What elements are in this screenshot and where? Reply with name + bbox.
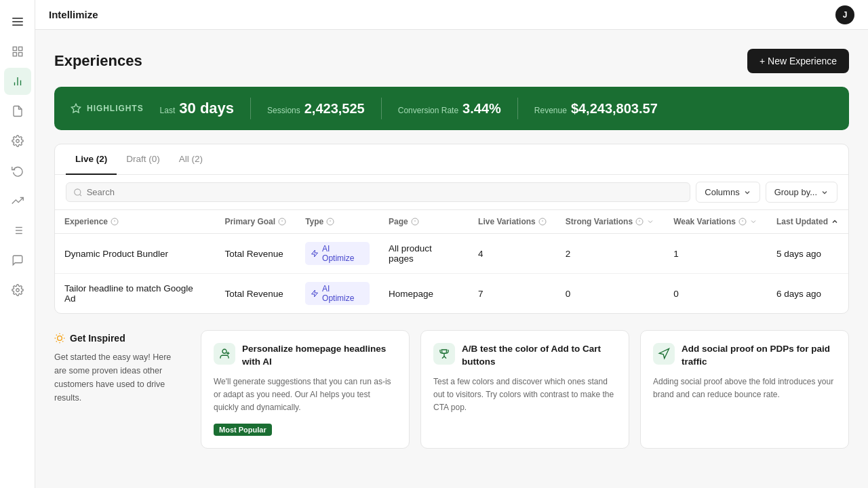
highlights-revenue: Revenue $4,243,803.57 [534,101,658,117]
sidebar-item-admin[interactable] [4,277,31,304]
tab-live[interactable]: Live (2) [66,144,117,175]
sort-icon-strong [646,218,654,226]
experiences-table-card: Live (2) Draft (0) All (2) Columns Group… [54,144,849,314]
groupby-button[interactable]: Group by... [766,182,837,203]
highlights-sessions: Sessions 2,423,525 [267,101,365,117]
tabs: Live (2) Draft (0) All (2) [66,144,212,174]
highlights-icon [71,103,81,114]
cell-page-2: Homepage [379,274,469,314]
cell-type-1: AI Optimize [296,234,379,274]
highlights-divider-3 [517,98,518,119]
cell-page-1: All product pages [379,234,469,274]
inspired-intro: Get Inspired Get started the easy way! H… [54,330,190,449]
page-title: Experiences [54,52,142,70]
tab-all[interactable]: All (2) [170,144,212,175]
svg-rect-1 [18,47,22,50]
gear-icon [12,284,24,296]
experiences-table: Experience Primary Goal Type [55,210,848,313]
ai-icon-1 [311,249,319,258]
search-icon [73,188,83,197]
brand-name: Intellimize [49,9,98,20]
sidebar-item-settings[interactable] [4,127,31,155]
info-icon-type [326,218,334,226]
sidebar-menu-toggle[interactable] [4,8,31,35]
personalize-card-title: Personalize homepage headlines with AI [242,343,397,369]
table-controls: Columns Group by... [55,175,848,210]
trophy-icon [438,348,450,360]
cell-strong-1: 2 [556,234,664,274]
sidebar-item-messages[interactable] [4,247,31,274]
inspiration-card-personalize[interactable]: Personalize homepage headlines with AI W… [201,330,410,449]
cell-goal-2: Total Revenue [215,274,296,314]
columns-button[interactable]: Columns [696,182,760,203]
tab-draft[interactable]: Draft (0) [117,144,170,175]
megaphone-icon [658,348,670,360]
svg-line-44 [56,335,57,336]
cell-goal-1: Total Revenue [215,234,296,274]
search-input[interactable] [87,187,684,197]
sidebar-item-experiences[interactable] [4,68,31,95]
cell-live-1: 4 [469,234,556,274]
th-live-variations: Live Variations [469,210,556,234]
highlights-conversion: Conversion Rate 3.44% [398,101,501,117]
svg-rect-2 [13,53,16,56]
inspiration-card-abtest[interactable]: A/B test the color of Add to Cart button… [420,330,629,449]
search-box [66,182,690,202]
cell-experience-2: Tailor headline to match Google Ad [55,274,215,314]
inspiration-card-social[interactable]: Add social proof on PDPs for paid traffi… [640,330,849,449]
sidebar-item-list[interactable] [4,217,31,244]
svg-rect-3 [18,53,22,56]
svg-point-7 [16,140,19,143]
social-card-icon [653,343,675,365]
svg-rect-0 [13,47,16,50]
cell-updated-1: 5 days ago [767,234,848,274]
th-experience: Experience [55,210,215,234]
person-plus-icon [218,348,231,360]
svg-point-16 [75,188,81,195]
cell-live-2: 7 [469,274,556,314]
hamburger-icon [8,14,27,30]
abtest-card-title: A/B test the color of Add to Cart button… [462,343,616,369]
cell-type-2: AI Optimize [296,274,379,314]
groupby-chevron-icon [821,188,829,197]
svg-point-14 [16,289,19,292]
personalize-card-icon [214,343,235,365]
inspired-title: Get Inspired [54,333,184,344]
new-experience-button[interactable]: + New Experience [747,49,849,73]
th-page: Page [379,210,469,234]
highlights-label: HIGHLIGHTS [71,103,144,114]
th-strong-variations: Strong Variations [556,210,664,234]
table-row[interactable]: Dynamic Product Bundler Total Revenue AI… [55,234,848,274]
table-header-row: Experience Primary Goal Type [55,210,848,234]
inspired-description: Get started the easy way! Here are some … [54,350,184,405]
inspired-section: Get Inspired Get started the easy way! H… [54,330,849,449]
message-icon [12,254,24,266]
sidebar-item-dashboard[interactable] [4,38,31,65]
columns-chevron-icon [743,188,751,197]
info-icon-strong [635,218,644,226]
info-icon-weak [738,218,747,226]
sidebar [0,0,35,488]
sidebar-item-analytics[interactable] [4,187,31,214]
svg-marker-39 [312,250,318,257]
sort-icon-last-updated[interactable] [831,218,839,226]
info-icon-goal [278,218,286,226]
personalize-card-body: We'll generate suggestions that you can … [214,375,397,415]
history-icon [12,165,24,177]
sidebar-item-history[interactable] [4,157,31,184]
social-card-body: Adding social proof above the fold intro… [653,375,836,436]
highlights-divider-1 [250,98,251,119]
table-row[interactable]: Tailor headline to match Google Ad Total… [55,274,848,314]
inspired-icon [54,333,65,344]
svg-line-45 [62,341,63,342]
user-avatar[interactable]: J [835,5,854,24]
sidebar-item-reports[interactable] [4,98,31,125]
cell-weak-1: 1 [664,234,767,274]
file-icon [12,105,24,117]
bar-chart-icon [12,75,24,87]
most-popular-badge: Most Popular [214,421,397,436]
topbar: Intellimize J [35,0,868,30]
svg-line-17 [79,194,81,195]
social-card-title: Add social proof on PDPs for paid traffi… [682,343,836,369]
abtest-card-icon [433,343,455,365]
